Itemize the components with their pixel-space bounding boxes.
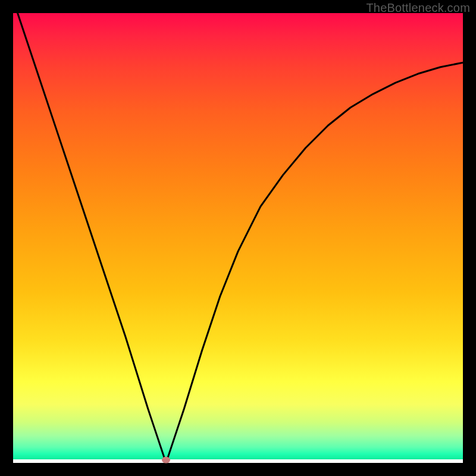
bottleneck-curve-path bbox=[18, 13, 463, 463]
minimum-marker-dot bbox=[162, 457, 170, 464]
chart-frame: TheBottleneck.com bbox=[0, 0, 476, 476]
bottleneck-curve-svg bbox=[13, 13, 463, 463]
watermark-text: TheBottleneck.com bbox=[366, 1, 470, 15]
